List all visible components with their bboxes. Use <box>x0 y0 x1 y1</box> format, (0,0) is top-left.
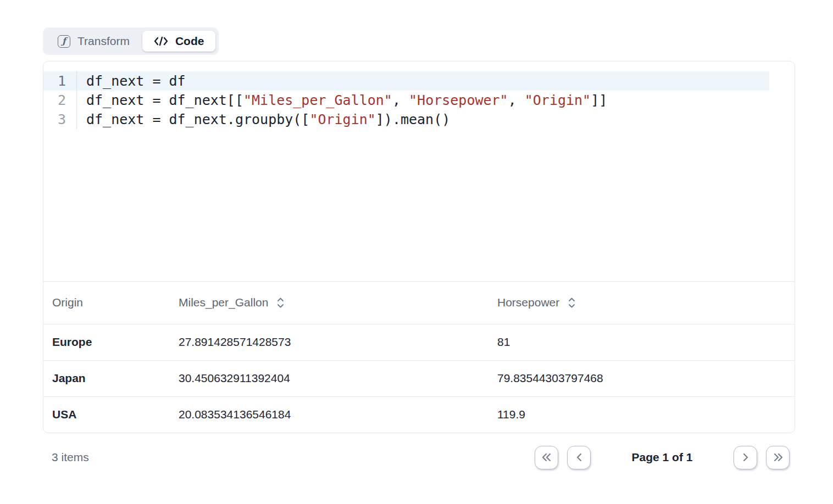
table-row: Europe 27.891428571428573 81 <box>43 324 795 360</box>
chevron-right-icon <box>742 453 749 462</box>
tab-code[interactable]: Code <box>142 31 216 52</box>
column-header-miles-per-gallon[interactable]: Miles_per_Gallon <box>170 282 488 324</box>
code-line[interactable]: 3 df_next = df_next.groupby(["Origin"]).… <box>43 110 769 129</box>
cell-miles-per-gallon: 27.891428571428573 <box>170 324 488 360</box>
cell-origin: Europe <box>43 324 170 360</box>
page: ƒ Transform Code 1 df_next = df 2 df_ne <box>0 0 833 474</box>
line-number: 1 <box>43 71 77 91</box>
sort-icon[interactable] <box>276 297 285 309</box>
code-line-content: df_next = df_next.groupby(["Origin"]).me… <box>77 110 450 129</box>
result-table: Origin Miles_per_Gallon <box>43 282 795 433</box>
code-line[interactable]: 2 df_next = df_next[["Miles_per_Gallon",… <box>43 91 769 110</box>
chevron-left-icon <box>575 453 583 462</box>
code-line-content: df_next = df_next[["Miles_per_Gallon", "… <box>77 91 607 110</box>
cell-miles-per-gallon: 20.083534136546184 <box>170 396 488 433</box>
previous-page-button[interactable] <box>567 446 591 469</box>
cell-origin: USA <box>43 396 170 433</box>
next-page-button[interactable] <box>734 446 757 469</box>
line-number: 3 <box>43 110 77 129</box>
column-header-horsepower[interactable]: Horsepower <box>488 282 795 324</box>
line-number: 2 <box>43 91 77 110</box>
view-mode-tabbar: ƒ Transform Code <box>43 27 219 55</box>
first-page-button[interactable] <box>535 446 558 469</box>
code-line[interactable]: 1 df_next = df <box>43 71 769 91</box>
tab-code-label: Code <box>175 35 204 48</box>
cell-horsepower: 81 <box>488 324 795 360</box>
code-brackets-icon <box>154 36 168 46</box>
double-chevron-left-icon <box>541 453 552 462</box>
last-page-button[interactable] <box>766 446 790 469</box>
sort-icon[interactable] <box>568 297 576 309</box>
cell-horsepower: 119.9 <box>488 396 795 433</box>
function-icon: ƒ <box>58 35 70 48</box>
table-row: USA 20.083534136546184 119.9 <box>43 396 795 433</box>
result-card: 1 df_next = df 2 df_next = df_next[["Mil… <box>43 61 795 433</box>
column-header-origin: Origin <box>43 282 170 324</box>
code-line-content: df_next = df <box>77 71 186 91</box>
table-row: Japan 30.450632911392404 79.835443037974… <box>43 360 795 396</box>
items-count: 3 items <box>52 451 89 464</box>
page-indicator: Page 1 of 1 <box>599 451 725 464</box>
tab-transform-label: Transform <box>77 35 130 48</box>
table-footer: 3 items Page 1 of 1 <box>43 440 795 474</box>
table-header-row: Origin Miles_per_Gallon <box>43 282 795 324</box>
cell-miles-per-gallon: 30.450632911392404 <box>170 360 488 396</box>
double-chevron-right-icon <box>773 453 784 462</box>
code-editor[interactable]: 1 df_next = df 2 df_next = df_next[["Mil… <box>43 61 795 282</box>
pagination: Page 1 of 1 <box>535 446 790 469</box>
tab-transform[interactable]: ƒ Transform <box>46 31 141 52</box>
cell-horsepower: 79.83544303797468 <box>488 360 795 396</box>
cell-origin: Japan <box>43 360 170 396</box>
